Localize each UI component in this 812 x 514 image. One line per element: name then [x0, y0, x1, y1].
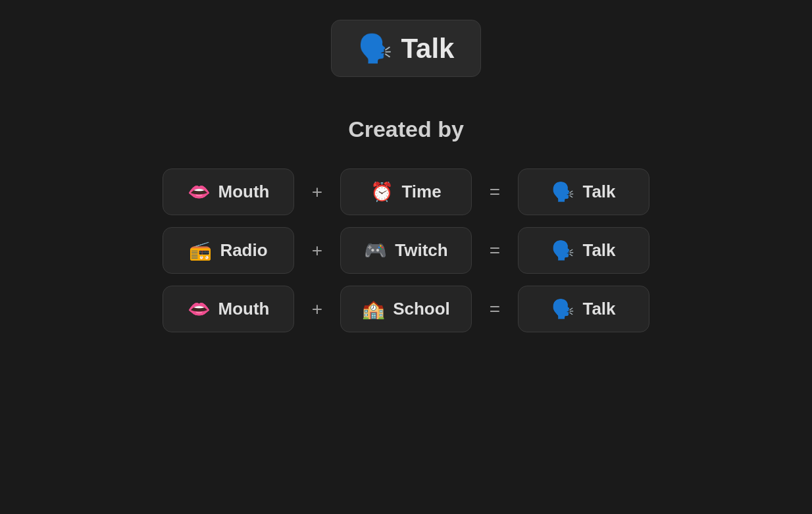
talk-3-emoji: 🗣️	[551, 298, 574, 320]
mouth-2-label: Mouth	[218, 299, 270, 319]
result-talk-1: 🗣️ Talk	[518, 168, 649, 215]
recipe-row-2: 📻 Radio + 🎮 Twitch = 🗣️ Talk	[163, 227, 649, 274]
operator-equals-3: =	[485, 299, 505, 320]
talk-2-label: Talk	[582, 240, 615, 261]
ingredient-radio: 📻 Radio	[163, 227, 294, 274]
mouth-1-label: Mouth	[218, 182, 270, 202]
talk-1-emoji: 🗣️	[551, 181, 574, 203]
recipes-container: 👄 Mouth + ⏰ Time = 🗣️ Talk 📻 Radio + 🎮 T…	[163, 168, 649, 332]
operator-equals-2: =	[485, 240, 505, 261]
twitch-emoji: 🎮	[364, 240, 387, 261]
ingredient-twitch: 🎮 Twitch	[340, 227, 472, 274]
result-talk-3: 🗣️ Talk	[518, 286, 649, 332]
ingredient-mouth-1: 👄 Mouth	[163, 168, 294, 215]
radio-emoji: 📻	[189, 240, 212, 261]
recipe-row-1: 👄 Mouth + ⏰ Time = 🗣️ Talk	[163, 168, 649, 215]
school-label: School	[393, 299, 450, 319]
created-by-label: Created by	[348, 116, 464, 142]
talk-2-emoji: 🗣️	[551, 240, 574, 261]
ingredient-school: 🏫 School	[340, 286, 472, 332]
header-card: 🗣️ Talk	[331, 20, 482, 77]
operator-plus-3: +	[307, 299, 327, 320]
school-emoji: 🏫	[362, 298, 385, 320]
operator-equals-1: =	[485, 182, 505, 203]
result-talk-2: 🗣️ Talk	[518, 227, 649, 274]
twitch-label: Twitch	[395, 240, 447, 261]
mouth-2-emoji: 👄	[188, 298, 211, 320]
ingredient-mouth-2: 👄 Mouth	[163, 286, 294, 332]
header-title: Talk	[401, 33, 455, 64]
operator-plus-2: +	[307, 240, 327, 261]
time-emoji: ⏰	[370, 181, 393, 203]
mouth-1-emoji: 👄	[188, 181, 211, 203]
ingredient-time: ⏰ Time	[340, 168, 472, 215]
operator-plus-1: +	[307, 182, 327, 203]
radio-label: Radio	[220, 240, 267, 261]
talk-1-label: Talk	[582, 182, 615, 202]
header-icon: 🗣️	[358, 32, 392, 64]
talk-3-label: Talk	[582, 299, 615, 319]
time-label: Time	[401, 182, 441, 202]
recipe-row-3: 👄 Mouth + 🏫 School = 🗣️ Talk	[163, 286, 649, 332]
